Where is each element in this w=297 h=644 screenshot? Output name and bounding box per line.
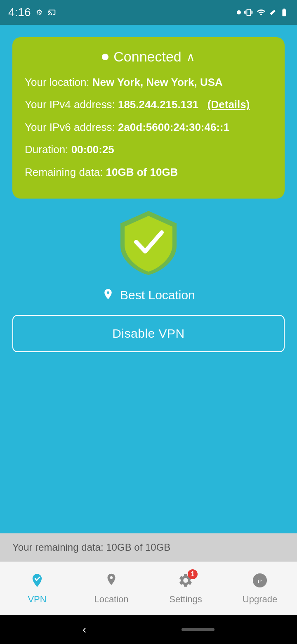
connected-header: Connected ∧ xyxy=(25,49,272,65)
connected-title: Connected xyxy=(113,49,181,65)
dot-icon xyxy=(237,10,241,14)
ipv6-value: 2a0d:5600:24:30:46::1 xyxy=(118,121,229,133)
details-link[interactable]: (Details) xyxy=(207,98,250,111)
ipv4-row: Your IPv4 address: 185.244.215.131 (Deta… xyxy=(25,97,272,112)
data-banner: Your remaining data: 10GB of 10GB xyxy=(0,533,297,561)
tab-location[interactable]: Location xyxy=(74,573,148,605)
location-label: Your location: xyxy=(25,76,92,88)
data-banner-text: Your remaining data: 10GB of 10GB xyxy=(12,542,170,553)
ipv4-value: 185.244.215.131 xyxy=(118,98,198,111)
tab-settings[interactable]: 1 Settings xyxy=(148,573,223,605)
best-location[interactable]: Best Location xyxy=(102,288,195,303)
duration-row: Duration: 00:00:25 xyxy=(25,142,272,157)
signal-icon xyxy=(269,8,276,17)
status-left: 4:16 ⚙ xyxy=(8,6,57,19)
status-bar: 4:16 ⚙ xyxy=(0,0,297,25)
android-home-indicator[interactable] xyxy=(182,628,214,631)
app-container: Connected ∧ Your location: New York, New… xyxy=(0,25,297,533)
connected-card: Connected ∧ Your location: New York, New… xyxy=(12,37,285,199)
connected-dot xyxy=(102,54,108,60)
android-nav-bar: ‹ xyxy=(0,615,297,644)
tab-upgrade-label: Upgrade xyxy=(243,594,277,605)
tab-upgrade[interactable]: Upgrade xyxy=(223,573,297,605)
tab-vpn-label: VPN xyxy=(28,594,46,605)
battery-icon xyxy=(280,8,289,17)
chevron-up-icon[interactable]: ∧ xyxy=(186,50,195,64)
remaining-label: Remaining data: xyxy=(25,166,106,178)
settings-status-icon: ⚙ xyxy=(36,8,42,17)
vibrate-icon xyxy=(244,8,253,17)
duration-label: Duration: xyxy=(25,143,71,156)
tab-vpn[interactable]: VPN xyxy=(0,573,74,605)
tab-settings-label: Settings xyxy=(169,594,202,605)
remaining-data-row: Remaining data: 10GB of 10GB xyxy=(25,165,272,180)
remaining-value: 10GB of 10GB xyxy=(106,166,178,178)
ipv6-label: Your IPv6 address: xyxy=(25,121,118,133)
ipv4-label: Your IPv4 address: xyxy=(25,98,118,111)
disable-vpn-button[interactable]: Disable VPN xyxy=(12,315,285,352)
android-back-button[interactable]: ‹ xyxy=(82,623,86,636)
settings-badge: 1 xyxy=(188,569,198,579)
best-location-text: Best Location xyxy=(120,288,195,302)
ipv6-row: Your IPv6 address: 2a0d:5600:24:30:46::1 xyxy=(25,120,272,135)
wifi-icon xyxy=(257,8,266,17)
tab-location-label: Location xyxy=(94,594,128,605)
settings-nav-icon: 1 xyxy=(178,573,193,592)
duration-value: 00:00:25 xyxy=(71,143,114,156)
bottom-nav: VPN Location 1 Settings xyxy=(0,561,297,615)
vpn-icon xyxy=(29,573,45,592)
location-row: Your location: New York, New York, USA xyxy=(25,75,272,90)
shield-container xyxy=(116,207,182,277)
status-time: 4:16 xyxy=(8,6,31,19)
status-right xyxy=(237,8,289,17)
location-pin-icon xyxy=(102,288,114,303)
location-value: New York, New York, USA xyxy=(92,76,223,88)
cast-status-icon xyxy=(47,7,57,18)
upgrade-nav-icon xyxy=(252,573,268,592)
shield-icon xyxy=(116,207,182,277)
location-nav-icon xyxy=(104,573,118,592)
